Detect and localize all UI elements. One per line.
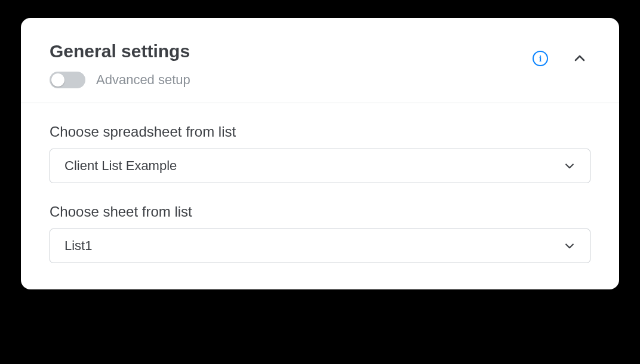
chevron-up-icon <box>573 51 587 66</box>
sheet-select-value: List1 <box>64 238 92 254</box>
chevron-down-icon <box>564 240 576 252</box>
chevron-down-icon <box>564 160 576 172</box>
spreadsheet-select[interactable]: Client List Example <box>50 149 590 183</box>
spreadsheet-label: Choose spreadsheet from list <box>50 124 590 140</box>
advanced-setup-toggle[interactable] <box>50 72 85 88</box>
general-settings-panel: General settings Advanced setup i <box>21 18 619 289</box>
panel-body: Choose spreadsheet from list Client List… <box>21 103 619 289</box>
spreadsheet-select-value: Client List Example <box>64 158 177 174</box>
sheet-select[interactable]: List1 <box>50 229 590 263</box>
advanced-setup-row: Advanced setup <box>50 72 190 88</box>
header-right: i <box>531 41 590 69</box>
panel-header: General settings Advanced setup i <box>21 18 619 103</box>
section-title: General settings <box>50 41 190 62</box>
toggle-knob <box>51 73 64 87</box>
sheet-field: Choose sheet from list List1 <box>50 203 590 263</box>
header-left: General settings Advanced setup <box>50 41 190 88</box>
info-icon: i <box>533 51 548 66</box>
spreadsheet-field: Choose spreadsheet from list Client List… <box>50 124 590 183</box>
collapse-button[interactable] <box>569 48 590 69</box>
info-button[interactable]: i <box>531 49 550 68</box>
advanced-setup-label: Advanced setup <box>96 72 190 88</box>
sheet-label: Choose sheet from list <box>50 203 590 220</box>
